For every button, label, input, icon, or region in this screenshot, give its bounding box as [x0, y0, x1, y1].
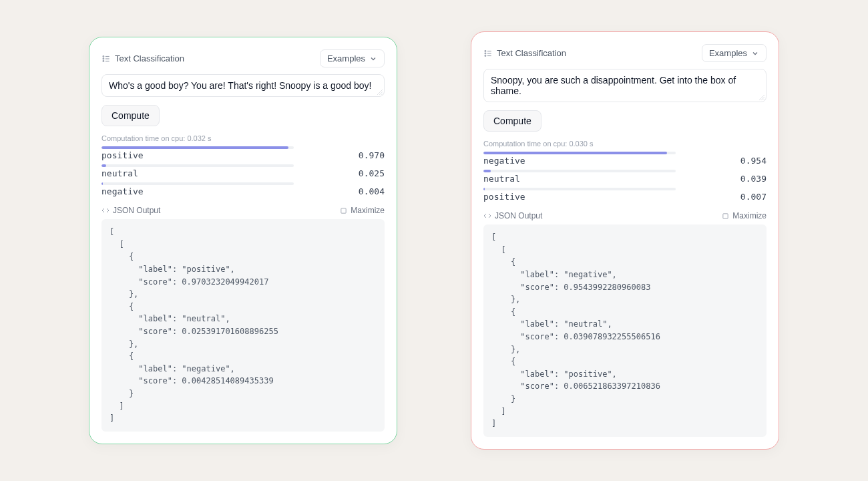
computation-meta: Computation time on cpu: 0.030 s [483, 140, 767, 148]
card-title-text: Text Classification [115, 53, 184, 63]
results-list: negative0.954neutral0.039positive0.007 [483, 152, 767, 202]
examples-label: Examples [327, 53, 365, 63]
result-row: positive0.007 [483, 188, 767, 202]
score-bar [101, 164, 294, 167]
score-bar [483, 170, 676, 172]
svg-rect-6 [341, 208, 346, 213]
json-output-header: JSON Output [101, 206, 160, 215]
classification-icon [101, 54, 111, 63]
classification-card: Text Classification Examples Who's a goo… [89, 37, 397, 444]
text-input[interactable]: Who's a good boy? You are! That's right!… [101, 74, 385, 97]
svg-point-2 [103, 60, 104, 61]
compute-button[interactable]: Compute [483, 110, 541, 132]
maximize-icon [340, 207, 347, 214]
result-score: 0.025 [359, 168, 385, 178]
code-icon [101, 206, 110, 214]
result-label: neutral [483, 174, 520, 184]
examples-dropdown[interactable]: Examples [320, 49, 385, 67]
card-title-text: Text Classification [497, 48, 566, 58]
result-score: 0.039 [740, 174, 767, 184]
code-icon [483, 212, 491, 220]
svg-point-0 [103, 55, 104, 57]
maximize-icon [722, 212, 729, 220]
classification-icon [483, 49, 493, 58]
result-label: neutral [101, 168, 138, 178]
result-row: negative0.954 [483, 152, 767, 166]
json-output[interactable]: [ [ { "label": "negative", "score": 0.95… [483, 224, 767, 437]
score-bar [483, 188, 676, 190]
computation-meta: Computation time on cpu: 0.032 s [101, 134, 385, 142]
result-score: 0.004 [359, 186, 385, 196]
json-output[interactable]: [ [ { "label": "positive", "score": 0.97… [101, 219, 385, 432]
result-score: 0.954 [740, 156, 767, 166]
result-label: negative [483, 156, 525, 166]
svg-rect-13 [723, 214, 728, 218]
text-input-value: Who's a good boy? You are! That's right!… [109, 80, 371, 91]
result-label: positive [101, 150, 144, 160]
chevron-down-icon [751, 49, 759, 57]
result-score: 0.970 [359, 150, 385, 160]
results-list: positive0.970neutral0.025negative0.004 [101, 146, 385, 196]
resize-handle-icon [759, 95, 765, 100]
examples-label: Examples [709, 48, 747, 58]
score-bar [483, 152, 676, 154]
result-score: 0.007 [740, 192, 767, 202]
json-output-header: JSON Output [483, 211, 542, 220]
compute-button[interactable]: Compute [101, 105, 160, 126]
score-bar [101, 182, 294, 185]
card-title: Text Classification [483, 48, 566, 58]
text-input-value: Snoopy, you are such a disappointment. G… [491, 75, 736, 96]
examples-dropdown[interactable]: Examples [702, 44, 767, 62]
classification-card: Text Classification Examples Snoopy, you… [471, 31, 779, 450]
result-row: positive0.970 [101, 146, 385, 160]
result-row: negative0.004 [101, 182, 385, 196]
text-input[interactable]: Snoopy, you are such a disappointment. G… [483, 69, 767, 102]
chevron-down-icon [369, 55, 377, 63]
result-row: neutral0.039 [483, 170, 767, 184]
result-label: negative [101, 186, 144, 196]
svg-point-1 [103, 58, 104, 59]
maximize-button[interactable]: Maximize [722, 211, 767, 220]
resize-handle-icon [377, 90, 383, 95]
maximize-button[interactable]: Maximize [340, 206, 385, 215]
score-bar [101, 146, 294, 149]
result-row: neutral0.025 [101, 164, 385, 178]
card-title: Text Classification [101, 53, 184, 63]
svg-point-8 [485, 53, 486, 54]
svg-point-7 [485, 50, 486, 51]
result-label: positive [483, 192, 525, 202]
svg-point-9 [485, 55, 486, 56]
